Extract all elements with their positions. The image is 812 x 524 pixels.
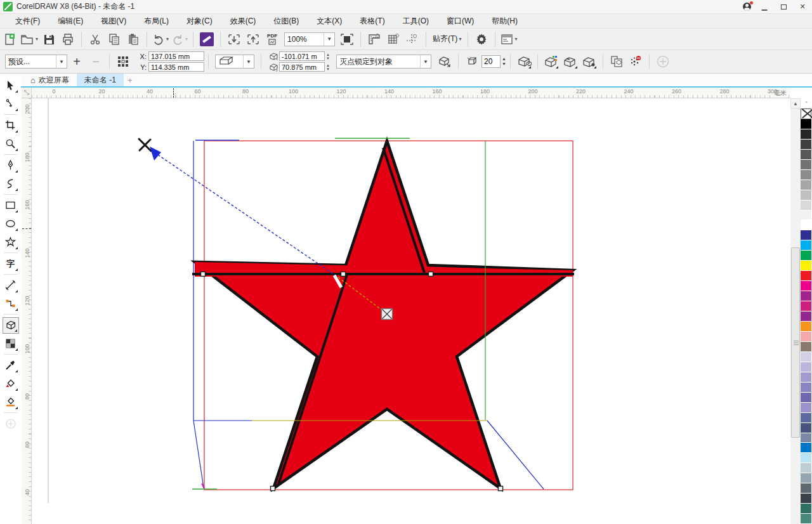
vp-x-spinner[interactable]: ▲▼	[326, 53, 330, 60]
preset-dropdown-arrow[interactable]: ▼	[56, 55, 64, 68]
copy-button[interactable]	[106, 31, 122, 48]
color-eyedropper-tool[interactable]	[3, 357, 19, 374]
smart-fill-tool[interactable]	[3, 376, 19, 392]
color-swatch-bfbfbf[interactable]	[801, 190, 811, 200]
color-swatch-9a93cc[interactable]	[801, 403, 811, 413]
zoom-dropdown-arrow[interactable]: ▼	[324, 33, 332, 46]
x-position-input[interactable]	[148, 51, 204, 61]
property-dropdown-arrow[interactable]: ▾	[514, 36, 517, 42]
zoom-level-select[interactable]: 100% ▼	[284, 32, 335, 46]
menu-item-11[interactable]: 帮助(H)	[483, 14, 527, 28]
color-swatch-93a6b0[interactable]	[801, 473, 811, 483]
menu-item-5[interactable]: 效果(C)	[221, 14, 265, 28]
y-position-input[interactable]	[148, 62, 204, 72]
color-swatch-7168b2[interactable]	[801, 393, 811, 403]
ellipse-tool[interactable]	[3, 216, 19, 232]
color-swatch-d3cfe9[interactable]	[801, 352, 811, 362]
color-swatch-8a7a6e[interactable]	[801, 342, 811, 352]
color-swatch-a29bd1[interactable]	[801, 372, 811, 383]
handle-bottom-left-tip[interactable]	[271, 487, 275, 491]
show-rulers-button[interactable]	[366, 31, 383, 48]
scroll-up-button[interactable]: ▲	[790, 98, 801, 108]
search-content-button[interactable]	[199, 31, 215, 48]
color-swatch-00aeef[interactable]	[801, 240, 811, 251]
close-button[interactable]: ✕	[793, 1, 812, 13]
color-swatch-5c6b9f[interactable]	[801, 413, 811, 423]
drawing-canvas[interactable]	[32, 98, 790, 524]
color-swatch-93278f[interactable]	[801, 311, 811, 322]
crop-tool[interactable]	[3, 117, 19, 134]
extrusion-type-select[interactable]: ▼	[215, 55, 254, 69]
maximize-button[interactable]	[774, 1, 793, 13]
minimize-button[interactable]: ▁	[755, 1, 774, 13]
extrusion-bevel-button[interactable]	[562, 53, 579, 70]
color-swatch-404040[interactable]	[801, 140, 811, 150]
dimension-tool[interactable]	[3, 277, 19, 294]
swatch-no-color[interactable]	[801, 108, 811, 119]
color-swatch-7a89a7[interactable]	[801, 433, 811, 443]
paste-button[interactable]	[125, 31, 141, 48]
save-button[interactable]	[41, 31, 57, 48]
color-swatch-2f7265[interactable]	[801, 504, 811, 514]
transparency-tool[interactable]	[3, 336, 19, 352]
pick-tool[interactable]	[3, 77, 19, 94]
extrude-depth-input[interactable]	[481, 55, 501, 68]
color-swatch-b8e4f6[interactable]	[801, 453, 811, 463]
remove-preset-button[interactable]: −	[88, 53, 104, 70]
handle-left-point[interactable]	[201, 272, 206, 277]
vp-mode-arrow[interactable]: ▼	[420, 55, 428, 68]
copy-vanishing-point-button[interactable]	[436, 53, 453, 70]
color-swatch-595959[interactable]	[801, 150, 811, 160]
publish-pdf-button[interactable]: PDF	[264, 31, 280, 48]
menu-item-10[interactable]: 窗口(W)	[438, 14, 483, 28]
color-swatch-00a651[interactable]	[801, 251, 811, 261]
vanishing-point-y-input[interactable]	[279, 62, 325, 72]
preset-select[interactable]: 预设... ▼	[5, 55, 67, 69]
color-swatch-f2f2f2[interactable]	[801, 211, 811, 221]
customize-toolbox-button[interactable]	[3, 416, 19, 432]
vanishing-point-x-marker[interactable]	[139, 139, 151, 151]
depth-spinner[interactable]: ▲▼	[502, 56, 506, 67]
color-swatch-737373[interactable]	[801, 160, 811, 170]
freehand-curve-tool[interactable]	[3, 176, 19, 192]
rectangle-tool[interactable]	[3, 197, 19, 214]
undo-dropdown-arrow[interactable]: ▾	[166, 36, 169, 42]
print-button[interactable]	[60, 31, 76, 48]
vanishing-point-mode-select[interactable]: 灭点锁定到对象 ▼	[336, 55, 431, 69]
options-gear-button[interactable]	[473, 31, 490, 48]
color-swatch-bccdd6[interactable]	[801, 463, 811, 473]
color-swatch-8a84c3[interactable]	[801, 383, 811, 393]
snap-dropdown-arrow[interactable]: ▾	[459, 36, 461, 42]
new-document-tab-button[interactable]: +	[124, 74, 136, 86]
export-button[interactable]	[245, 31, 261, 48]
new-document-button[interactable]	[1, 31, 18, 48]
undo-button[interactable]: ▾	[152, 31, 169, 48]
color-swatch-cc1f7e[interactable]	[801, 301, 811, 311]
color-swatch-2e3192[interactable]	[801, 230, 811, 240]
zoom-tool[interactable]	[3, 136, 19, 152]
color-swatch-000000[interactable]	[801, 119, 811, 129]
vp-arrow-handle[interactable]	[150, 147, 161, 160]
color-swatch-48897b[interactable]	[801, 514, 811, 524]
extrude-rotation-button[interactable]	[516, 53, 532, 70]
color-swatch-262626[interactable]	[801, 129, 811, 140]
menu-item-8[interactable]: 表格(T)	[351, 14, 393, 28]
connector-tool[interactable]	[3, 296, 19, 312]
color-swatch-ed1c24[interactable]	[801, 271, 811, 281]
color-swatch-0077c8[interactable]	[801, 443, 811, 453]
polygon-star-tool[interactable]	[3, 234, 19, 251]
menu-item-3[interactable]: 布局(L)	[135, 14, 178, 28]
show-grid-button[interactable]	[385, 31, 402, 48]
menu-item-9[interactable]: 工具(O)	[394, 14, 438, 28]
extrusion-color-button[interactable]	[543, 53, 560, 70]
cut-button[interactable]	[87, 31, 103, 48]
color-swatch-a3238e[interactable]	[801, 291, 811, 301]
redo-button[interactable]: ▾	[171, 31, 188, 48]
ruler-origin-button[interactable]: ⤡	[22, 88, 32, 98]
color-swatch-a6a6a6[interactable]	[801, 180, 811, 190]
handle-inner-right[interactable]	[429, 272, 433, 277]
horizontal-ruler[interactable]: 毫米 0204060801001201401601802002202402602…	[32, 88, 790, 98]
color-swatch-5e6972[interactable]	[801, 483, 811, 494]
color-swatch-fff200[interactable]	[801, 261, 811, 271]
scrollbar-thumb[interactable]	[791, 247, 800, 438]
